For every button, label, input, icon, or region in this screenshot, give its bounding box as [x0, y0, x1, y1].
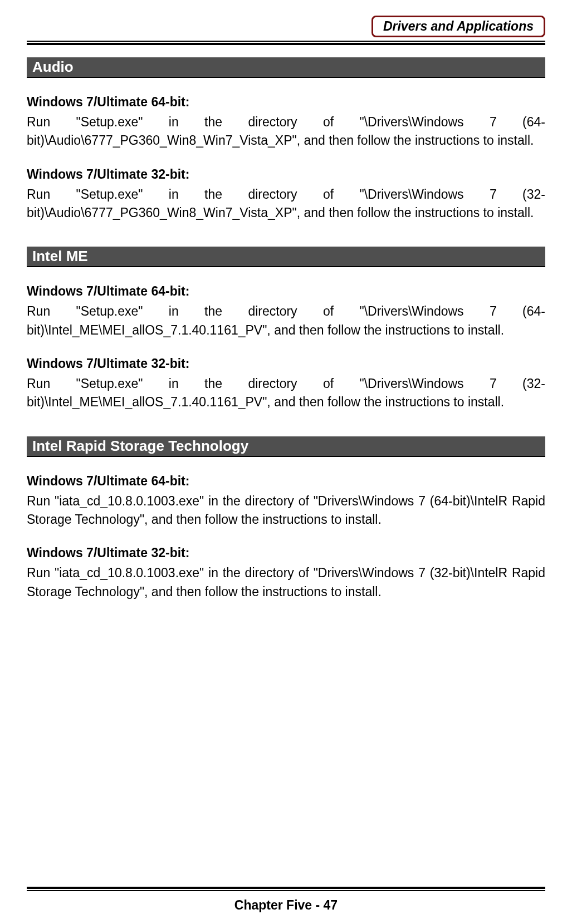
section-heading-intel-rst: Intel Rapid Storage Technology: [27, 436, 545, 457]
body-text: Run "Setup.exe" in the directory of "\Dr…: [27, 302, 545, 340]
sub-heading: Windows 7/Ultimate 32-bit:: [27, 545, 545, 561]
body-text: Run "Setup.exe" in the directory of "\Dr…: [27, 185, 545, 223]
section-heading-intel-me: Intel ME: [27, 247, 545, 267]
sub-heading: Windows 7/Ultimate 64-bit:: [27, 284, 545, 299]
bottom-rule: [27, 887, 545, 891]
section-heading-audio: Audio: [27, 57, 545, 78]
sub-heading: Windows 7/Ultimate 64-bit:: [27, 474, 545, 489]
sub-heading: Windows 7/Ultimate 64-bit:: [27, 95, 545, 110]
body-text: Run "Setup.exe" in the directory of "\Dr…: [27, 375, 545, 412]
body-text: Run "iata_cd_10.8.0.1003.exe" in the dir…: [27, 492, 545, 529]
page-number: Chapter Five - 47: [27, 898, 545, 913]
sub-heading: Windows 7/Ultimate 32-bit:: [27, 167, 545, 182]
sub-heading: Windows 7/Ultimate 32-bit:: [27, 356, 545, 371]
page-footer: Chapter Five - 47: [27, 887, 545, 913]
body-text: Run "iata_cd_10.8.0.1003.exe" in the dir…: [27, 564, 545, 601]
body-text: Run "Setup.exe" in the directory of "\Dr…: [27, 113, 545, 150]
top-rule: [27, 41, 545, 45]
chapter-badge: Drivers and Applications: [371, 16, 545, 37]
